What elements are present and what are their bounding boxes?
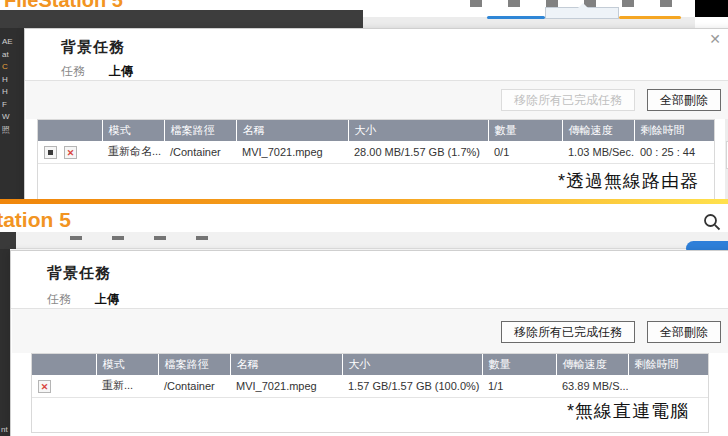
table-header-row: 模式 檔案路徑 名稱 大小 數量 傳輸速度 剩餘時間: [38, 120, 714, 141]
task-table: 模式 檔案路徑 名稱 大小 數量 傳輸速度 剩餘時間 ✕: [32, 354, 708, 398]
cell-remaining: [628, 375, 708, 397]
col-size: 大小: [342, 354, 482, 375]
toolbar-icons-cutoff: [70, 236, 208, 240]
table-header-row: 模式 檔案路徑 名稱 大小 數量 傳輸速度 剩餘時間: [32, 354, 708, 375]
background-tasks-dialog-1: ✕ 背景任務 任務 上傳 移除所有已完成任務 全部刪除: [24, 28, 728, 199]
tree-item-fragment: 照: [2, 124, 24, 137]
cell-size: 28.00 MB/1.57 GB (1.7%): [348, 141, 488, 163]
close-icon[interactable]: ✕: [709, 31, 721, 47]
col-mode: 模式: [96, 354, 158, 375]
toolbar-tooltip: [545, 7, 619, 19]
cell-mode: 重新命名...: [102, 141, 164, 163]
col-actions: [32, 354, 96, 375]
dialog-buttons: 移除所有已完成任務 全部刪除: [501, 321, 721, 343]
tree-item-fragment: nt: [1, 425, 8, 434]
col-size: 大小: [348, 120, 488, 141]
cell-path: /Container: [158, 375, 230, 397]
cutoff-icon: [70, 236, 82, 240]
red-x-icon: ✕: [41, 382, 49, 392]
dialog-buttons: 移除所有已完成任務 全部刪除: [501, 89, 721, 111]
cell-mode: 重新...: [96, 375, 158, 397]
cutoff-icon: [546, 0, 558, 7]
col-speed: 傳輸速度: [556, 354, 628, 375]
folder-tree-cutoff: AE at C H H F W 照: [0, 28, 24, 199]
table-row: ✕ 重新... /Container MVI_7021.mpeg 1.57 GB…: [32, 375, 708, 397]
cutoff-icon: [508, 0, 520, 7]
toolbar-dark-strip: [0, 10, 363, 28]
col-count: 數量: [488, 120, 562, 141]
blue-highlight-line: [487, 16, 545, 19]
orange-highlight-line: [619, 16, 681, 19]
col-remaining: 剩餘時間: [628, 354, 708, 375]
tree-item-fragment: at: [2, 49, 24, 62]
background-tasks-dialog-2: 背景任務 任務 上傳 移除所有已完成任務 全部刪除: [10, 250, 728, 436]
col-name: 名稱: [230, 354, 342, 375]
delete-all-button[interactable]: 全部刪除: [647, 321, 721, 343]
cell-name: MVI_7021.mpeg: [230, 375, 342, 397]
cell-size: 1.57 GB/1.57 GB (100.0%): [342, 375, 482, 397]
table-row: ✕ 重新命名... /Container MVI_7021.mpeg 28.00…: [38, 141, 714, 163]
delete-all-button[interactable]: 全部刪除: [647, 89, 721, 111]
app-title-partial: FileStation 5: [0, 208, 71, 232]
col-name: 名稱: [236, 120, 348, 141]
cell-speed: 1.03 MB/Sec.: [562, 141, 634, 163]
col-count: 數量: [482, 354, 556, 375]
tree-item-fragment: W: [2, 111, 24, 124]
cutoff-icon: [470, 0, 482, 7]
dialog-title: 背景任務: [61, 38, 125, 57]
tree-item-fragment: H: [2, 74, 24, 87]
toolbar-strip: [0, 232, 728, 249]
stop-task-button[interactable]: [44, 146, 57, 159]
folder-tree-cutoff: nt: [0, 249, 10, 436]
col-remaining: 剩餘時間: [634, 120, 714, 141]
annotation-wireless-router: *透過無線路由器: [558, 169, 699, 193]
col-path: 檔案路徑: [158, 354, 230, 375]
cell-count: 0/1: [488, 141, 562, 163]
annotation-direct-connection: *無線直連電腦: [567, 399, 689, 423]
tree-item-fragment: C: [2, 61, 24, 74]
cell-speed: 63.89 MB/S...: [556, 375, 628, 397]
toolbar-dark-corner: [0, 232, 16, 249]
screenshot-stage: FileStation 5 AE at C H H F W 照 ✕ 背景任務 任…: [0, 0, 728, 436]
dialog-title: 背景任務: [47, 264, 111, 283]
cell-path: /Container: [164, 141, 236, 163]
remove-completed-button[interactable]: 移除所有已完成任務: [501, 321, 635, 343]
tree-item-fragment: H: [2, 86, 24, 99]
cell-remaining: 00 : 25 : 44: [634, 141, 714, 163]
col-actions: [38, 120, 102, 141]
cancel-task-button[interactable]: ✕: [38, 380, 51, 393]
row-actions: ✕: [38, 141, 102, 163]
cell-count: 1/1: [482, 375, 556, 397]
cutoff-icon: [622, 0, 634, 7]
search-icon[interactable]: [702, 212, 722, 232]
col-path: 檔案路徑: [164, 120, 236, 141]
tree-item-fragment: F: [2, 99, 24, 112]
remove-completed-button: 移除所有已完成任務: [501, 89, 635, 111]
col-speed: 傳輸速度: [562, 120, 634, 141]
cell-name: MVI_7021.mpeg: [236, 141, 348, 163]
cutoff-icon: [660, 0, 672, 7]
cutoff-icon: [196, 236, 208, 240]
red-x-icon: ✕: [67, 148, 75, 158]
task-table: 模式 檔案路徑 名稱 大小 數量 傳輸速度 剩餘時間: [38, 120, 714, 164]
desktop-corner-patch: [695, 0, 728, 17]
cutoff-icon: [154, 236, 166, 240]
screenshot-top: FileStation 5 AE at C H H F W 照 ✕ 背景任務 任…: [0, 0, 728, 199]
cancel-task-button[interactable]: ✕: [64, 146, 77, 159]
row-actions: ✕: [32, 375, 96, 397]
tree-item-fragment: AE: [2, 36, 24, 49]
screenshot-bottom: FileStation 5 nt 背景任務 任務 上傳 移除所有已完成任務: [0, 204, 728, 436]
stop-icon: [48, 150, 53, 155]
cutoff-icon: [112, 236, 124, 240]
col-mode: 模式: [102, 120, 164, 141]
